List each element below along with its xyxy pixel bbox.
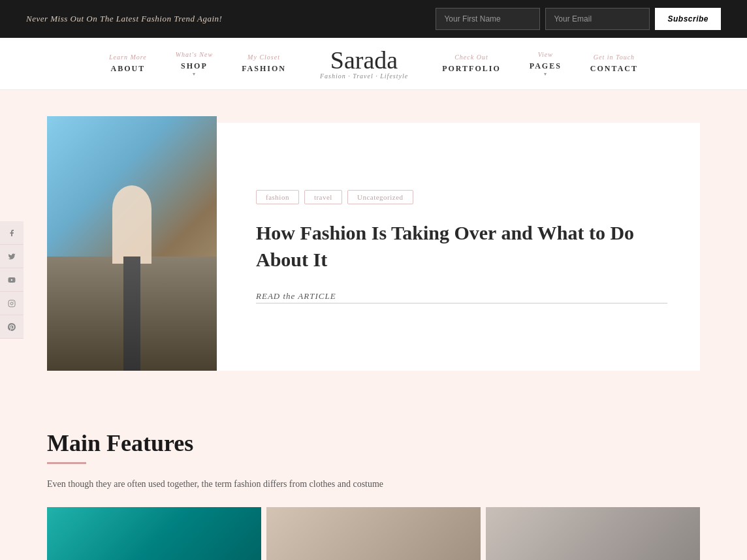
nav-left: Learn More ABOUT What's New SHOP ▾ My Cl… (95, 51, 300, 77)
pages-dropdown-arrow: ▾ (530, 71, 562, 77)
read-article-link[interactable]: READ the ARTICLE (256, 291, 667, 303)
nav-fashion[interactable]: My Closet FASHION (227, 54, 300, 74)
firstname-input[interactable] (436, 8, 540, 30)
svg-rect-1 (8, 300, 15, 307)
hero-content: fashion travel Uncategorized How Fashion… (217, 123, 700, 371)
hero-title: How Fashion Is Taking Over and What to D… (256, 220, 667, 273)
tag-fashion[interactable]: fashion (256, 190, 299, 204)
features-description: Even though they are often used together… (47, 477, 700, 491)
social-sidebar (0, 221, 24, 339)
youtube-icon[interactable] (0, 268, 24, 292)
logo-tagline: Fashion · Travel · Lifestyle (320, 72, 408, 80)
nav-shop[interactable]: What's New SHOP ▾ (161, 51, 227, 77)
top-bar: Never Miss Out On The Latest Fashion Tre… (0, 0, 747, 38)
main-nav: Learn More ABOUT What's New SHOP ▾ My Cl… (0, 38, 747, 90)
twitter-icon[interactable] (0, 245, 24, 268)
nav-portfolio[interactable]: Check Out PORTFOLIO (428, 54, 515, 74)
features-underline (47, 462, 86, 464)
feature-image-2 (266, 507, 481, 560)
subscribe-form: Subscribe (436, 8, 721, 30)
nav-pages[interactable]: View PAGES ▾ (515, 51, 576, 77)
hero-image (47, 116, 217, 371)
instagram-icon[interactable] (0, 292, 24, 315)
logo-name: Sarada (320, 48, 408, 72)
feature-image-1 (47, 507, 261, 560)
subscribe-button[interactable]: Subscribe (655, 8, 721, 30)
hero-section: fashion travel Uncategorized How Fashion… (0, 90, 747, 397)
top-bar-tagline: Never Miss Out On The Latest Fashion Tre… (26, 14, 222, 24)
nav-right: Check Out PORTFOLIO View PAGES ▾ Get in … (428, 51, 652, 77)
site-logo[interactable]: Sarada Fashion · Travel · Lifestyle (300, 48, 428, 80)
tag-travel[interactable]: travel (304, 190, 342, 204)
tag-uncategorized[interactable]: Uncategorized (347, 190, 413, 204)
features-title: Main Features (47, 429, 700, 457)
features-section: Main Features Even though they are often… (0, 397, 747, 560)
hero-image-wrap (47, 110, 243, 371)
shop-dropdown-arrow: ▾ (176, 71, 213, 77)
nav-about[interactable]: Learn More ABOUT (95, 54, 161, 74)
svg-point-2 (10, 302, 13, 305)
hero-tags: fashion travel Uncategorized (256, 190, 667, 204)
hero-inner: fashion travel Uncategorized How Fashion… (47, 110, 700, 371)
svg-point-3 (13, 301, 14, 302)
features-inner: Main Features Even though they are often… (47, 429, 700, 560)
features-images (47, 507, 700, 560)
pinterest-icon[interactable] (0, 315, 24, 339)
nav-contact[interactable]: Get in Touch CONTACT (576, 54, 652, 74)
facebook-icon[interactable] (0, 221, 24, 245)
feature-image-3 (486, 507, 700, 560)
email-input[interactable] (545, 8, 650, 30)
